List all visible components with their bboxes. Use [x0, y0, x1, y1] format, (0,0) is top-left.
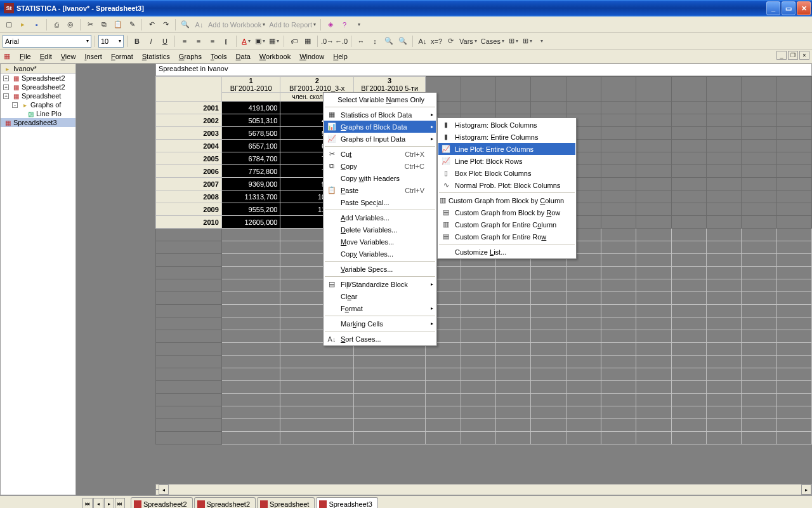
empty-row-header[interactable] — [156, 356, 222, 368]
column-header[interactable]: 3ВГ2001-2010 5-ти — [353, 77, 425, 93]
empty-cell[interactable] — [496, 102, 531, 114]
empty-row-header[interactable] — [156, 267, 222, 279]
empty-row-header[interactable] — [156, 305, 222, 318]
empty-cell[interactable] — [461, 419, 495, 432]
empty-cell[interactable] — [566, 381, 601, 394]
tree-item[interactable]: +▦Spreadsheet2 — [1, 83, 75, 91]
column-header[interactable]: 2ВГ2001-2010_3-х — [280, 77, 353, 93]
empty-cell[interactable] — [221, 305, 280, 318]
expand-icon[interactable]: + — [3, 76, 9, 81]
empty-cell[interactable] — [671, 178, 706, 190]
empty-cell[interactable] — [776, 114, 811, 127]
empty-cell[interactable] — [742, 216, 776, 229]
undo-icon[interactable]: ↶ — [145, 18, 158, 31]
chart2-icon[interactable]: ⊞ — [521, 35, 534, 48]
empty-cell[interactable] — [426, 419, 461, 432]
italic-icon[interactable]: I — [145, 35, 157, 48]
menu-window[interactable]: Window — [295, 51, 329, 62]
sub-customize-list[interactable]: Customize List... — [438, 246, 575, 258]
empty-cell[interactable] — [671, 432, 706, 444]
paste-icon[interactable]: 📋 — [112, 18, 124, 31]
redo-icon[interactable]: ↷ — [159, 18, 172, 31]
row-header[interactable]: 2003 — [156, 127, 222, 140]
options-dropdown[interactable] — [352, 18, 365, 31]
empty-cell[interactable] — [461, 356, 495, 368]
empty-cell[interactable] — [461, 292, 495, 305]
empty-cell[interactable] — [531, 292, 566, 305]
menu-view[interactable]: View — [56, 51, 81, 62]
empty-cell[interactable] — [461, 406, 495, 419]
empty-cell[interactable] — [636, 229, 671, 241]
empty-cell[interactable] — [496, 394, 531, 406]
empty-cell[interactable] — [221, 267, 280, 279]
empty-cell[interactable] — [636, 292, 671, 305]
maximize-button[interactable]: ▭ — [782, 1, 796, 15]
sheet-caption[interactable]: Spreadsheet in Ivanov — [155, 64, 812, 76]
tab-nav-prev[interactable]: ◂ — [93, 498, 103, 508]
empty-cell[interactable] — [280, 368, 353, 381]
empty-cell[interactable] — [671, 229, 706, 241]
empty-cell[interactable] — [461, 394, 495, 406]
empty-cell[interactable] — [496, 279, 531, 292]
empty-cell[interactable] — [496, 406, 531, 419]
empty-cell[interactable] — [221, 330, 280, 343]
sub-line-entire[interactable]: 📈Line Plot: Entire Columns — [438, 143, 575, 155]
empty-cell[interactable] — [636, 381, 671, 394]
empty-row-header[interactable] — [156, 343, 222, 356]
empty-cell[interactable] — [706, 178, 741, 190]
empty-cell[interactable] — [776, 356, 811, 368]
empty-cell[interactable] — [742, 152, 776, 165]
tab-spreadsheet3[interactable]: Spreadsheet3 — [316, 497, 378, 508]
empty-cell[interactable] — [461, 102, 495, 114]
empty-cell[interactable] — [426, 394, 461, 406]
empty-col[interactable] — [706, 77, 741, 102]
empty-cell[interactable] — [496, 432, 531, 444]
empty-cell[interactable] — [776, 127, 811, 140]
empty-cell[interactable] — [742, 318, 776, 330]
empty-cell[interactable] — [531, 394, 566, 406]
cut-icon[interactable]: ✂ — [84, 18, 96, 31]
empty-cell[interactable] — [671, 140, 706, 152]
open-icon[interactable]: ▸ — [16, 18, 29, 31]
empty-cell[interactable] — [671, 190, 706, 203]
empty-row-header[interactable] — [156, 368, 222, 381]
empty-cell[interactable] — [601, 394, 636, 406]
empty-cell[interactable] — [531, 305, 566, 318]
empty-cell[interactable] — [636, 254, 671, 267]
underline-icon[interactable]: U — [159, 35, 171, 48]
add-to-report-button[interactable]: Add to Report — [268, 21, 317, 29]
empty-cell[interactable] — [531, 381, 566, 394]
merge-icon[interactable]: ⫿ — [220, 35, 233, 48]
empty-cell[interactable] — [671, 406, 706, 419]
empty-row-header[interactable] — [156, 381, 222, 394]
macro-icon[interactable]: ◈ — [324, 18, 337, 31]
empty-cell[interactable] — [706, 216, 741, 229]
empty-cell[interactable] — [706, 190, 741, 203]
empty-cell[interactable] — [353, 368, 425, 381]
empty-cell[interactable] — [636, 305, 671, 318]
tab-spreadsheet2[interactable]: Spreadsheet2 — [194, 497, 256, 508]
empty-cell[interactable] — [280, 406, 353, 419]
ctx-paste-special[interactable]: Paste Special... — [324, 196, 436, 208]
col-width-icon[interactable]: ↔ — [355, 35, 367, 48]
empty-cell[interactable] — [353, 432, 425, 444]
tab-spreadsheet2[interactable]: Spreadsheet2 — [131, 497, 193, 508]
empty-cell[interactable] — [636, 140, 671, 152]
data-cell[interactable]: 5051,310 — [221, 114, 280, 127]
sort-az-icon[interactable]: A↓ — [416, 35, 429, 48]
empty-cell[interactable] — [566, 305, 601, 318]
corner-cell[interactable] — [156, 77, 222, 102]
empty-cell[interactable] — [601, 406, 636, 419]
empty-cell[interactable] — [742, 203, 776, 216]
empty-row-header[interactable] — [156, 394, 222, 406]
empty-cell[interactable] — [742, 241, 776, 254]
empty-cell[interactable] — [280, 356, 353, 368]
empty-cell[interactable] — [601, 190, 636, 203]
empty-cell[interactable] — [601, 165, 636, 178]
empty-cell[interactable] — [776, 229, 811, 241]
menu-help[interactable]: Help — [329, 51, 352, 62]
empty-cell[interactable] — [706, 394, 741, 406]
empty-cell[interactable] — [706, 241, 741, 254]
empty-cell[interactable] — [601, 241, 636, 254]
empty-row-header[interactable] — [156, 229, 222, 241]
